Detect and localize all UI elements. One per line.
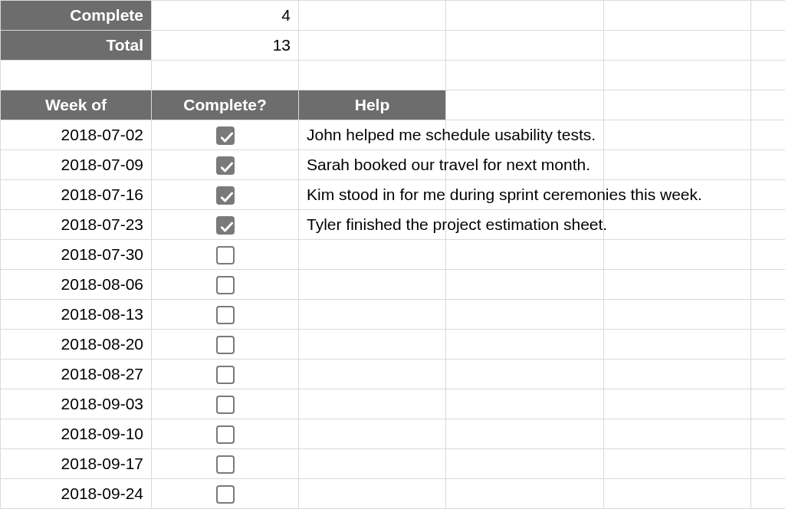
checkbox-unchecked-icon[interactable] — [216, 336, 235, 354]
cell-empty[interactable] — [604, 330, 751, 360]
cell-empty[interactable] — [446, 479, 604, 509]
cell-empty[interactable] — [446, 240, 604, 270]
help-cell[interactable] — [299, 360, 446, 389]
checkbox-checked-icon[interactable] — [216, 126, 235, 145]
checkbox-checked-icon[interactable] — [216, 156, 235, 175]
checkbox-cell[interactable] — [152, 180, 299, 210]
cell-empty[interactable] — [751, 240, 786, 270]
checkbox-cell[interactable] — [152, 120, 299, 150]
cell-empty[interactable] — [751, 270, 786, 300]
cell-empty[interactable] — [604, 419, 751, 449]
date-cell[interactable]: 2018-07-30 — [1, 240, 152, 270]
checkbox-unchecked-icon[interactable] — [216, 425, 235, 444]
cell-empty[interactable] — [751, 210, 786, 240]
cell-empty[interactable] — [604, 449, 751, 479]
cell-empty[interactable] — [446, 330, 604, 360]
checkbox-cell[interactable] — [152, 240, 299, 270]
checkbox-cell[interactable] — [152, 270, 299, 300]
cell-empty[interactable] — [604, 150, 751, 180]
date-cell[interactable]: 2018-09-10 — [1, 419, 152, 449]
cell-empty[interactable] — [751, 300, 786, 330]
help-cell[interactable] — [299, 330, 446, 360]
date-cell[interactable]: 2018-09-17 — [1, 449, 152, 479]
cell-empty[interactable] — [751, 479, 786, 509]
summary-complete-value[interactable]: 4 — [152, 1, 299, 31]
cell-empty[interactable] — [604, 389, 751, 419]
cell-empty[interactable] — [751, 31, 786, 61]
cell-empty[interactable] — [446, 1, 604, 31]
checkbox-checked-icon[interactable] — [216, 216, 235, 235]
date-cell[interactable]: 2018-07-16 — [1, 180, 152, 210]
date-cell[interactable]: 2018-07-23 — [1, 210, 152, 240]
cell-empty[interactable] — [751, 150, 786, 180]
checkbox-cell[interactable] — [152, 419, 299, 449]
cell-empty[interactable] — [751, 449, 786, 479]
cell-empty[interactable] — [446, 360, 604, 389]
checkbox-checked-icon[interactable] — [216, 186, 235, 205]
checkbox-unchecked-icon[interactable] — [216, 306, 235, 324]
cell-empty[interactable] — [604, 210, 751, 240]
help-cell[interactable] — [299, 449, 446, 479]
cell-empty[interactable] — [299, 31, 446, 61]
date-cell[interactable]: 2018-07-09 — [1, 150, 152, 180]
help-cell[interactable]: Tyler finished the project estimation sh… — [299, 210, 446, 240]
cell-empty[interactable] — [446, 90, 604, 120]
date-cell[interactable]: 2018-08-27 — [1, 360, 152, 389]
cell-empty[interactable] — [604, 90, 751, 120]
help-cell[interactable]: Sarah booked our travel for next month. — [299, 150, 446, 180]
checkbox-cell[interactable] — [152, 389, 299, 419]
cell-empty[interactable] — [751, 90, 786, 120]
date-cell[interactable]: 2018-07-02 — [1, 120, 152, 150]
spreadsheet-grid[interactable]: Complete 4 Total 13 Week of Complete? He… — [0, 0, 785, 509]
date-cell[interactable]: 2018-09-24 — [1, 479, 152, 509]
date-cell[interactable]: 2018-08-20 — [1, 330, 152, 360]
checkbox-unchecked-icon[interactable] — [216, 396, 235, 414]
cell-empty[interactable] — [604, 120, 751, 150]
checkbox-unchecked-icon[interactable] — [216, 246, 235, 264]
help-cell[interactable] — [299, 270, 446, 300]
cell-empty[interactable] — [751, 419, 786, 449]
checkbox-cell[interactable] — [152, 330, 299, 360]
cell-empty[interactable] — [604, 31, 751, 61]
cell-empty[interactable] — [751, 1, 786, 31]
cell-empty[interactable] — [604, 360, 751, 389]
help-cell[interactable] — [299, 389, 446, 419]
cell-empty[interactable] — [604, 240, 751, 270]
help-cell[interactable]: Kim stood in for me during sprint ceremo… — [299, 180, 446, 210]
cell-empty[interactable] — [604, 479, 751, 509]
help-cell[interactable] — [299, 479, 446, 509]
date-cell[interactable]: 2018-08-13 — [1, 300, 152, 330]
checkbox-unchecked-icon[interactable] — [216, 366, 235, 384]
cell-empty[interactable] — [604, 270, 751, 300]
cell-empty[interactable] — [446, 31, 604, 61]
cell-empty[interactable] — [446, 300, 604, 330]
date-cell[interactable]: 2018-08-06 — [1, 270, 152, 300]
help-cell[interactable] — [299, 300, 446, 330]
checkbox-cell[interactable] — [152, 150, 299, 180]
help-cell[interactable]: John helped me schedule usability tests. — [299, 120, 446, 150]
summary-total-value[interactable]: 13 — [152, 31, 299, 61]
cell-empty[interactable] — [604, 1, 751, 31]
cell-empty[interactable] — [751, 330, 786, 360]
cell-empty[interactable] — [446, 270, 604, 300]
cell-empty[interactable] — [446, 389, 604, 419]
date-cell[interactable]: 2018-09-03 — [1, 389, 152, 419]
cell-empty[interactable] — [751, 120, 786, 150]
cell-empty[interactable] — [446, 449, 604, 479]
checkbox-cell[interactable] — [152, 360, 299, 389]
checkbox-cell[interactable] — [152, 300, 299, 330]
cell-empty[interactable] — [299, 1, 446, 31]
checkbox-unchecked-icon[interactable] — [216, 276, 235, 294]
cell-empty[interactable] — [751, 180, 786, 210]
cell-empty[interactable] — [446, 419, 604, 449]
cell-empty[interactable] — [751, 360, 786, 389]
checkbox-cell[interactable] — [152, 210, 299, 240]
cell-empty[interactable] — [604, 300, 751, 330]
checkbox-cell[interactable] — [152, 449, 299, 479]
cell-empty[interactable] — [751, 389, 786, 419]
help-cell[interactable] — [299, 240, 446, 270]
checkbox-unchecked-icon[interactable] — [216, 455, 235, 474]
checkbox-unchecked-icon[interactable] — [216, 485, 235, 504]
help-cell[interactable] — [299, 419, 446, 449]
checkbox-cell[interactable] — [152, 479, 299, 509]
